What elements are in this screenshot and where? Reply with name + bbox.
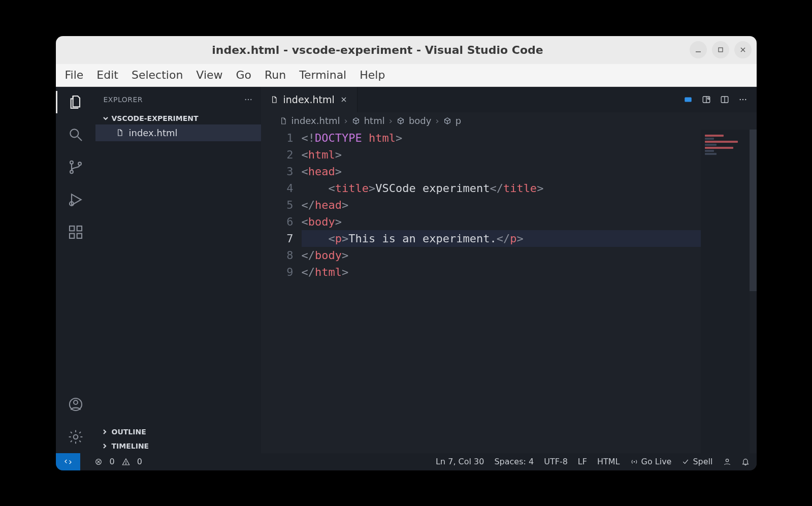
svg-rect-22 — [685, 97, 692, 102]
window-title: index.html - vscode-experiment - Visual … — [66, 44, 690, 56]
status-spell[interactable]: Spell — [681, 457, 712, 466]
svg-point-15 — [74, 400, 78, 404]
tab-bar: index.html — [261, 87, 757, 112]
explorer-more-button[interactable] — [244, 95, 253, 104]
remote-icon — [64, 458, 72, 466]
activity-source-control[interactable] — [67, 158, 85, 176]
activity-accounts[interactable] — [67, 395, 85, 414]
status-language[interactable]: HTML — [597, 457, 620, 466]
activity-extensions[interactable] — [67, 223, 85, 241]
file-name: index.html — [129, 128, 178, 138]
maximize-button[interactable] — [712, 41, 729, 58]
warning-icon — [122, 458, 130, 466]
more-icon — [244, 95, 253, 104]
folder-name: VSCODE-EXPERIMENT — [112, 114, 199, 122]
menu-edit[interactable]: Edit — [96, 69, 118, 81]
tab-label: index.html — [283, 94, 335, 105]
explorer-sidebar: EXPLORER VSCODE-EXPERIMENT index.html OU… — [95, 87, 261, 453]
editor-more-button[interactable] — [738, 95, 748, 104]
error-icon — [94, 458, 103, 466]
status-cursor[interactable]: Ln 7, Col 30 — [436, 457, 484, 466]
scrollbar-thumb[interactable] — [750, 130, 757, 292]
menu-selection[interactable]: Selection — [132, 69, 183, 81]
svg-rect-11 — [70, 233, 74, 238]
close-icon — [739, 46, 746, 53]
status-problems[interactable]: 0 0 — [90, 457, 142, 466]
symbol-icon — [443, 117, 451, 125]
svg-line-5 — [78, 137, 82, 141]
activity-search[interactable] — [67, 125, 85, 144]
broadcast-icon — [630, 458, 638, 466]
svg-point-18 — [247, 99, 248, 100]
svg-rect-13 — [77, 226, 81, 231]
outline-label: OUTLINE — [112, 428, 146, 436]
symbol-icon — [352, 117, 360, 125]
status-eol[interactable]: LF — [578, 457, 587, 466]
status-bar: 0 0 Ln 7, Col 30 Spaces: 4 UTF-8 LF HTML… — [56, 453, 757, 470]
folder-header[interactable]: VSCODE-EXPERIMENT — [95, 112, 261, 124]
php-server-button[interactable] — [684, 95, 693, 104]
editor-tab[interactable]: index.html — [261, 87, 358, 112]
menu-view[interactable]: View — [196, 69, 222, 81]
activity-run-debug[interactable] — [67, 191, 85, 209]
menu-go[interactable]: Go — [236, 69, 252, 81]
files-icon — [68, 94, 84, 110]
timeline-section[interactable]: TIMELINE — [95, 439, 261, 453]
minimap[interactable] — [701, 130, 757, 453]
bell-icon — [741, 458, 750, 466]
warning-count: 0 — [137, 457, 142, 466]
menu-terminal[interactable]: Terminal — [299, 69, 346, 81]
tab-close-button[interactable] — [340, 96, 348, 104]
symbol-icon — [397, 117, 405, 125]
svg-point-31 — [745, 99, 746, 100]
status-feedback[interactable] — [723, 458, 731, 466]
code-content[interactable]: <!DOCTYPE html><html><head> <title>VSCod… — [302, 130, 701, 453]
file-tree-item[interactable]: index.html — [95, 124, 261, 141]
menu-run[interactable]: Run — [265, 69, 286, 81]
title-bar: index.html - vscode-experiment - Visual … — [56, 36, 757, 64]
outline-section[interactable]: OUTLINE — [95, 425, 261, 439]
explorer-header: EXPLORER — [95, 87, 261, 112]
chevron-right-icon — [102, 429, 108, 435]
php-icon — [684, 95, 693, 104]
svg-point-25 — [707, 98, 709, 99]
split-preview-button[interactable] — [702, 95, 711, 104]
editor-toolbar — [684, 87, 757, 112]
svg-rect-12 — [77, 233, 81, 238]
menu-file[interactable]: File — [65, 69, 84, 81]
svg-point-19 — [250, 99, 251, 100]
account-icon — [68, 396, 84, 413]
status-indent[interactable]: Spaces: 4 — [494, 457, 534, 466]
activity-settings[interactable] — [67, 428, 85, 446]
close-button[interactable] — [734, 41, 752, 58]
code-editor[interactable]: 123456789 <!DOCTYPE html><html><head> <t… — [261, 130, 757, 453]
breadcrumb-part: body — [409, 115, 432, 126]
breadcrumb[interactable]: index.html › html › body › p — [261, 112, 757, 130]
svg-point-29 — [739, 99, 740, 100]
status-notifications[interactable] — [741, 458, 750, 466]
svg-point-6 — [70, 161, 73, 164]
minimize-button[interactable] — [690, 41, 707, 58]
status-golive[interactable]: Go Live — [630, 457, 672, 466]
remote-button[interactable] — [56, 453, 80, 470]
feedback-icon — [723, 458, 731, 466]
window-controls — [690, 41, 752, 58]
menu-help[interactable]: Help — [360, 69, 385, 81]
split-icon — [720, 95, 729, 104]
close-icon — [340, 96, 348, 104]
chevron-down-icon — [103, 115, 109, 121]
menu-bar: File Edit Selection View Go Run Terminal… — [56, 64, 757, 87]
svg-line-26 — [708, 99, 709, 99]
breadcrumb-part: html — [364, 115, 385, 126]
debug-icon — [68, 192, 84, 208]
file-icon — [270, 96, 278, 104]
breadcrumb-file: index.html — [291, 115, 340, 126]
svg-point-4 — [70, 129, 78, 137]
editor-area: index.html — [261, 87, 757, 453]
split-editor-button[interactable] — [720, 95, 729, 104]
svg-point-7 — [70, 170, 73, 173]
activity-bar — [56, 87, 95, 453]
activity-explorer[interactable] — [67, 93, 85, 111]
svg-rect-10 — [70, 226, 74, 231]
status-encoding[interactable]: UTF-8 — [544, 457, 568, 466]
